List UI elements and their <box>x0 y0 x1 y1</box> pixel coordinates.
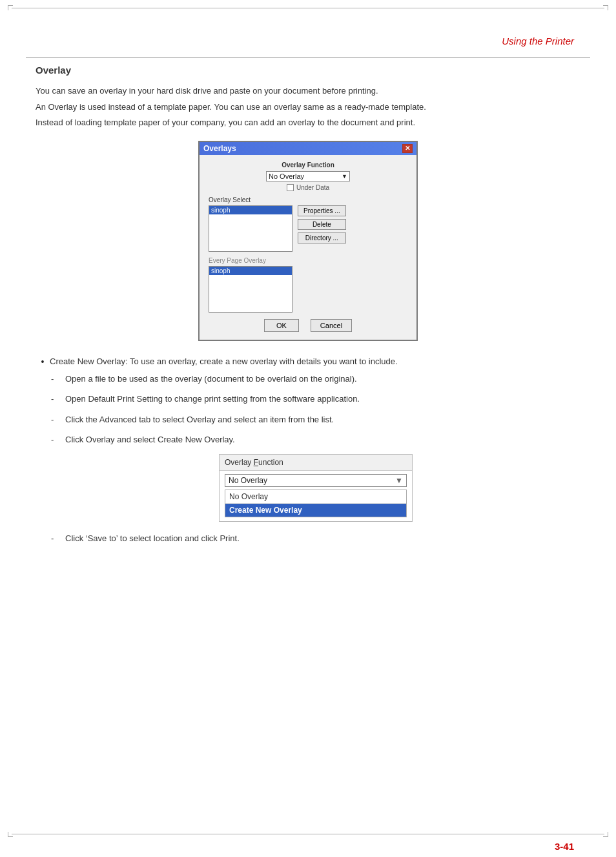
overlay-func-option-1[interactable]: No Overlay <box>225 490 406 504</box>
sub-item-4: - Click Overlay and select Create New Ov… <box>51 433 580 446</box>
overlay-func-dropdown-arrow: ▼ <box>395 476 403 485</box>
overlay-func-options: No Overlay Create New Overlay <box>225 490 407 517</box>
overlay-func-titlebar: Overlay Function <box>220 455 412 471</box>
page-number: 3-41 <box>555 841 574 852</box>
sub-text-4: Click Overlay and select Create New Over… <box>65 433 580 446</box>
dialog-close-button[interactable]: ✕ <box>402 144 413 153</box>
sub-item-3: - Click the Advanced tab to select Overl… <box>51 413 580 426</box>
bullet-dot: • <box>36 355 50 369</box>
intro-para-2: An Overlay is used instead of a template… <box>36 101 580 114</box>
overlay-func-option-2[interactable]: Create New Overlay <box>225 504 406 517</box>
overlay-function-value: No Overlay <box>269 172 304 180</box>
sub-item-1: - Open a file to be used as the overlay … <box>51 373 580 386</box>
sub-item-2: - Open Default Print Setting to change p… <box>51 393 580 406</box>
sub-dash-5: - <box>51 532 65 545</box>
every-page-listbox[interactable]: sinoph <box>209 266 293 313</box>
header-line <box>26 57 590 57</box>
overlay-func-dropdown-value: No Overlay <box>229 476 395 485</box>
sub-dash-1: - <box>51 373 65 386</box>
bullet-item: • Create New Overlay: To use an overlay,… <box>36 355 580 369</box>
intro-para-1: You can save an overlay in your hard dis… <box>36 85 580 98</box>
sub-dash-4: - <box>51 433 65 446</box>
page-border-bottom <box>12 834 604 834</box>
dropdown-arrow-icon: ▼ <box>342 173 347 180</box>
header-title: Using the Printer <box>502 36 574 46</box>
overlay-func-title-underline: F <box>254 458 258 467</box>
sub-item-5: - Click ‘Save to’ to select location and… <box>51 532 580 545</box>
sub-text-3: Click the Advanced tab to select Overlay… <box>65 413 580 426</box>
overlay-func-container: Overlay Function No Overlay ▼ No Overlay… <box>219 454 413 522</box>
overlay-select-row: sinoph Properties ... Delete Directory .… <box>209 205 407 252</box>
sub-text-1: Open a file to be used as the overlay (d… <box>65 373 580 386</box>
dialog-footer-buttons: OK Cancel <box>209 319 407 332</box>
page-border-top <box>12 8 604 8</box>
intro-para-3: Instead of loading template paper of you… <box>36 116 580 129</box>
overlay-func-dropdown[interactable]: No Overlay ▼ <box>225 474 407 487</box>
dialog-title: Overlays <box>203 144 236 153</box>
under-data-label: Under Data <box>296 184 329 191</box>
cancel-button[interactable]: Cancel <box>311 319 352 332</box>
sub-text-2: Open Default Print Setting to change pri… <box>65 393 580 406</box>
sub-text-5: Click ‘Save to’ to select location and c… <box>65 532 580 545</box>
section-heading: Overlay <box>36 65 580 76</box>
overlay-select-label: Overlay Select <box>209 196 407 203</box>
overlay-listbox[interactable]: sinoph <box>209 205 293 252</box>
bullet-text: Create New Overlay: To use an overlay, c… <box>50 355 580 369</box>
directory-button[interactable]: Directory ... <box>298 232 346 243</box>
sub-list: - Open a file to be used as the overlay … <box>51 373 580 545</box>
overlays-dialog: Overlays ✕ Overlay Function No Overlay ▼ <box>198 141 418 341</box>
sub-dash-2: - <box>51 393 65 406</box>
bullet-section: • Create New Overlay: To use an overlay,… <box>36 355 580 545</box>
dialog-titlebar: Overlays ✕ <box>200 142 416 155</box>
overlay-function-image: Overlay Function No Overlay ▼ No Overlay… <box>51 454 580 522</box>
delete-button[interactable]: Delete <box>298 219 346 230</box>
overlay-buttons: Properties ... Delete Directory ... <box>298 205 346 252</box>
every-page-listbox-item[interactable]: sinoph <box>209 267 292 275</box>
page-number-value: 41 <box>563 841 574 852</box>
dialog-wrapper: Overlays ✕ Overlay Function No Overlay ▼ <box>36 141 580 341</box>
under-data-checkbox[interactable] <box>287 184 294 191</box>
sub-dash-3: - <box>51 413 65 426</box>
page-footer: 3-41 <box>0 825 616 857</box>
main-content: Overlay You can save an overlay in your … <box>36 65 580 818</box>
overlay-function-label: Overlay Function <box>209 161 407 169</box>
page-number-prefix: 3- <box>555 841 563 852</box>
ok-button[interactable]: OK <box>264 319 299 332</box>
overlay-listbox-item[interactable]: sinoph <box>209 206 292 214</box>
overlay-function-dropdown[interactable]: No Overlay ▼ <box>266 171 350 181</box>
properties-button[interactable]: Properties ... <box>298 205 346 216</box>
every-page-label: Every Page Overlay <box>209 257 407 264</box>
dialog-body: Overlay Function No Overlay ▼ Under Data… <box>200 155 416 340</box>
page-header: Using the Printer <box>0 0 616 61</box>
